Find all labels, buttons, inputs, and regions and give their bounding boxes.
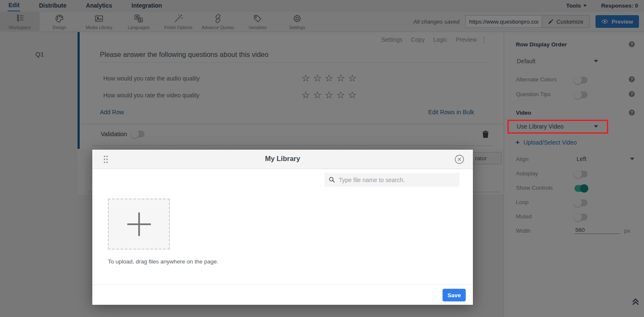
modal-title: My Library (92, 155, 473, 163)
plus-icon (138, 212, 140, 236)
save-button[interactable]: Save (443, 289, 466, 301)
my-library-modal: My Library To upload, drag files anywher… (92, 150, 473, 305)
questionpro-editor: Edit Distribute Analytics Integration To… (0, 0, 644, 317)
library-search-input[interactable] (339, 177, 455, 183)
search-icon (329, 177, 335, 183)
library-search (325, 173, 459, 187)
modal-footer: Save (92, 285, 473, 305)
upload-file-tile[interactable] (108, 199, 170, 250)
close-icon[interactable] (454, 154, 464, 164)
modal-header: My Library (92, 150, 473, 169)
upload-hint-text: To upload, drag files anywhere on the pa… (108, 258, 218, 265)
